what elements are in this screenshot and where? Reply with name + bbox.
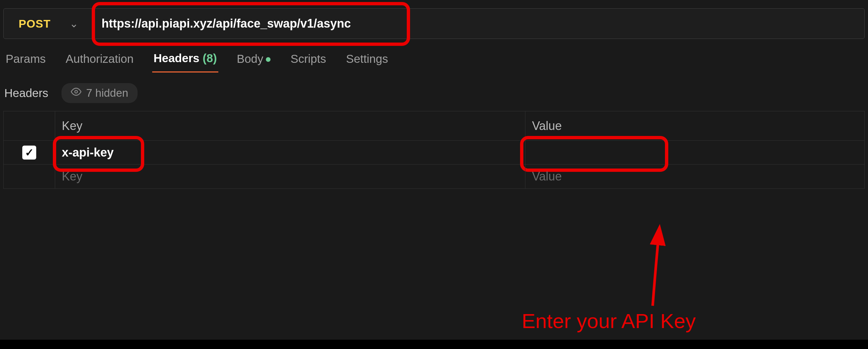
hidden-headers-toggle[interactable]: 7 hidden bbox=[61, 83, 137, 103]
tab-params[interactable]: Params bbox=[4, 52, 47, 72]
column-header-checkbox bbox=[4, 112, 55, 140]
headers-title: Headers bbox=[4, 87, 48, 100]
tab-settings[interactable]: Settings bbox=[345, 52, 389, 72]
row-key-cell[interactable]: x-api-key bbox=[55, 140, 525, 164]
row-checkbox-cell-empty bbox=[4, 164, 55, 188]
tab-headers-count: (8) bbox=[203, 52, 217, 64]
key-placeholder: Key bbox=[62, 169, 83, 184]
table-row: ✓ x-api-key bbox=[4, 140, 864, 164]
hidden-count-label: 7 hidden bbox=[86, 87, 128, 99]
eye-icon bbox=[71, 87, 82, 100]
row-checkbox-cell: ✓ bbox=[4, 140, 55, 164]
headers-table: Key Value ✓ x-api-key Key Value bbox=[3, 111, 865, 189]
request-url-bar: POST ⌄ https://api.piapi.xyz/api/face_sw… bbox=[3, 8, 865, 39]
request-tabs: Params Authorization Headers (8) Body Sc… bbox=[4, 52, 868, 72]
body-modified-dot-icon bbox=[266, 57, 271, 62]
header-key-value: x-api-key bbox=[62, 146, 114, 160]
bottom-bar bbox=[0, 340, 868, 349]
annotation-arrow-icon bbox=[646, 223, 726, 309]
tab-headers-label: Headers bbox=[154, 52, 199, 64]
chevron-down-icon: ⌄ bbox=[69, 17, 79, 30]
url-input-area[interactable]: https://api.piapi.xyz/api/face_swap/v1/a… bbox=[92, 9, 864, 38]
tab-headers[interactable]: Headers (8) bbox=[152, 52, 218, 72]
row-checkbox[interactable]: ✓ bbox=[22, 146, 36, 160]
row-value-placeholder-cell[interactable]: Value bbox=[525, 164, 864, 188]
annotation-text: Enter your API Key bbox=[522, 309, 696, 333]
http-method-selector[interactable]: POST ⌄ bbox=[4, 9, 92, 38]
svg-point-0 bbox=[75, 90, 78, 93]
row-key-placeholder-cell[interactable]: Key bbox=[55, 164, 525, 188]
tab-authorization[interactable]: Authorization bbox=[64, 52, 135, 72]
column-header-key: Key bbox=[55, 112, 525, 140]
headers-section-header: Headers 7 hidden bbox=[4, 83, 868, 103]
table-row-placeholder: Key Value bbox=[4, 164, 864, 188]
tab-body[interactable]: Body bbox=[236, 52, 272, 72]
row-value-cell[interactable] bbox=[525, 140, 864, 164]
http-method-label: POST bbox=[19, 17, 51, 30]
tab-scripts[interactable]: Scripts bbox=[289, 52, 327, 72]
value-placeholder: Value bbox=[532, 169, 562, 184]
column-header-value: Value bbox=[525, 112, 864, 140]
request-url: https://api.piapi.xyz/api/face_swap/v1/a… bbox=[92, 17, 351, 31]
table-header-row: Key Value bbox=[4, 112, 864, 140]
tab-body-label: Body bbox=[237, 52, 264, 65]
